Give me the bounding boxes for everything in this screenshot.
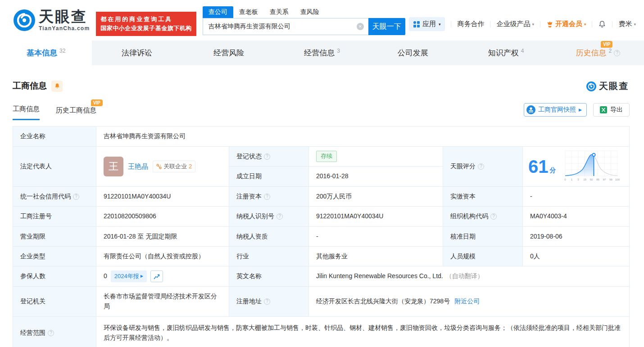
export-button[interactable]: 导出 — [593, 103, 630, 117]
tab-history-info[interactable]: 历史信息 VIP 2 ? — [552, 41, 644, 65]
official-snapshot-button[interactable]: 工商官网快照 ▶ — [524, 103, 587, 117]
status-badge: 存续 — [316, 151, 337, 162]
score-unit: 分 — [550, 166, 556, 176]
bell-icon — [54, 83, 60, 89]
help-icon[interactable]: ? — [264, 298, 270, 305]
field-value-approved-date: 2019-08-06 — [523, 227, 630, 247]
tab-label: 法律诉讼 — [122, 48, 152, 58]
apps-menu[interactable]: 应用 ▾ — [409, 17, 445, 31]
notifications-bell[interactable] — [598, 20, 606, 28]
svg-text:50: 50 — [590, 178, 593, 181]
insured-count: 0 — [104, 271, 107, 281]
subtab-history-business-info[interactable]: 历史工商信息 VIP — [56, 106, 96, 120]
field-label-reg-status: 登记状态? — [229, 147, 309, 167]
trend-chart-icon — [154, 274, 160, 279]
field-label-score: 天眼评分? — [443, 147, 523, 187]
divider — [540, 21, 540, 27]
related-count: 2 — [189, 162, 192, 171]
brand-name: 天眼查 — [39, 9, 90, 25]
slogan-line1: 都在用的商业查询工具 — [100, 15, 192, 24]
search-tab-boss[interactable]: 查老板 — [233, 6, 264, 18]
annual-report-label: 2024年报 — [114, 272, 139, 281]
tianyancha-logo-icon — [586, 81, 596, 91]
legal-rep-link[interactable]: 王艳晶 — [128, 161, 148, 171]
field-value-address: 经济开发区长吉北线兴隆大街（安龙泉）7298号 附近公司 — [309, 287, 630, 317]
annual-report-badge[interactable]: 2024年报 ▶ — [111, 270, 147, 282]
tab-label: 公司发展 — [398, 48, 428, 58]
field-label-company-name: 企业名称 — [13, 126, 96, 147]
svg-text:97: 97 — [603, 178, 606, 181]
tianyancha-logo-icon — [14, 9, 35, 31]
monitor-bell-button[interactable] — [51, 81, 63, 92]
score-distribution-chart: 0131550859799100 — [562, 149, 620, 184]
search-tab-relation[interactable]: 查关系 — [264, 6, 295, 18]
field-label-taxpayer-quali: 纳税人资质 — [229, 227, 309, 247]
search-tab-company[interactable]: 查公司 — [203, 6, 233, 18]
arrow-right-icon: ▶ — [579, 108, 582, 112]
tab-legal-litigation[interactable]: 法律诉讼 — [92, 41, 184, 65]
help-icon[interactable]: ? — [48, 330, 54, 336]
chevron-down-icon: ▾ — [532, 22, 534, 27]
score-number: 61 — [528, 158, 549, 176]
field-value-org-code: MA0Y4003-4 — [523, 207, 630, 227]
tab-operation-info[interactable]: 经营信息3 — [276, 41, 368, 65]
field-value-reg-status: 存续 — [309, 147, 443, 167]
excel-icon — [600, 106, 607, 113]
search-input[interactable] — [203, 18, 368, 35]
help-icon[interactable]: ? — [73, 194, 79, 200]
field-value-business-scope: 环保设备研发与销售，废旧纺织品研发与销售，防寒大棚被加工与销售，时装、针织品、钢… — [96, 317, 630, 347]
nav-cooperation[interactable]: 商务合作 — [457, 20, 484, 28]
insured-trend-button[interactable] — [150, 270, 163, 282]
help-icon[interactable]: ? — [264, 153, 270, 160]
chevron-down-icon: ▾ — [439, 22, 441, 27]
help-icon[interactable]: ? — [490, 213, 497, 220]
tianyancha-logo[interactable]: 天眼查 TianYanCha.com — [14, 9, 90, 32]
vip-crown-icon — [546, 21, 553, 28]
subtab-label: 历史工商信息 — [56, 106, 96, 115]
nav-enterprise-products[interactable]: 企业级产品 ▾ — [496, 20, 534, 28]
subtab-row: 工商信息 历史工商信息 VIP 工商官网快照 — [13, 103, 630, 120]
field-value-english-name: Jilin Kunteng Renewable Resources Co., L… — [309, 266, 630, 287]
search-tabs: 查公司 查老板 查关系 查风险 — [203, 6, 406, 18]
tab-label: 经营风险 — [213, 48, 244, 58]
field-label-taxpayer-id: 纳税人识别号? — [229, 207, 309, 227]
subtab-business-info[interactable]: 工商信息 — [13, 105, 40, 120]
field-value-reg-number: 220108200509806 — [96, 207, 229, 227]
search-button[interactable]: 天眼一下 — [368, 18, 405, 35]
business-info-table: 企业名称 吉林省坤腾再生资源有限公司 法定代表人 王 王艳晶 关联企业 2 — [13, 126, 630, 347]
field-value-legal-rep: 王 王艳晶 关联企业 2 — [96, 147, 229, 187]
field-value-paid-capital: - — [523, 187, 630, 207]
help-icon[interactable]: ? — [614, 50, 620, 56]
slogan-banner: 都在用的商业查询工具 国家中小企业发展子基金旗下机构 — [96, 12, 196, 36]
tab-count: 2 — [608, 48, 612, 54]
tab-intellectual-property[interactable]: 知识产权4 — [460, 41, 552, 65]
snapshot-label: 工商官网快照 — [538, 106, 576, 114]
field-value-company-name: 吉林省坤腾再生资源有限公司 — [96, 126, 630, 147]
nav-open-vip[interactable]: 开通会员 ▾ — [546, 20, 586, 28]
top-nav: 应用 ▾ 商务合作 企业级产品 ▾ 开通会员 ▾ — [409, 17, 636, 31]
divider — [490, 21, 490, 27]
related-companies-badge[interactable]: 关联企业 2 — [153, 161, 195, 172]
search-input-wrap: ✕ — [203, 18, 368, 35]
field-value-taxpayer-quali: - — [309, 227, 443, 247]
avatar[interactable]: 王 — [104, 157, 123, 176]
clear-icon[interactable]: ✕ — [357, 23, 364, 30]
search-block: 查公司 查老板 查关系 查风险 ✕ 天眼一下 — [203, 6, 406, 35]
help-icon[interactable]: ? — [277, 213, 283, 220]
bell-icon — [598, 20, 606, 28]
field-label-business-term: 营业期限 — [13, 227, 96, 247]
search-tab-risk[interactable]: 查风险 — [295, 6, 325, 18]
help-icon[interactable]: ? — [264, 194, 270, 200]
help-icon[interactable]: ? — [478, 163, 484, 170]
nearby-companies-link[interactable]: 附近公司 — [454, 297, 480, 306]
tab-operation-risk[interactable]: 经营风险 — [184, 41, 276, 65]
nav-user-menu[interactable]: 费米 ▾ — [618, 20, 636, 28]
tab-label: 基本信息 — [27, 48, 57, 58]
tab-basic-info[interactable]: 基本信息32 — [0, 41, 92, 65]
field-value-establish-date: 2016-01-28 — [309, 167, 443, 186]
nav-vip-label: 开通会员 — [555, 20, 582, 28]
field-value-company-type: 有限责任公司（自然人投资或控股） — [96, 247, 229, 266]
status-date-subgrid: 登记状态? 存续 成立日期 2016-01-28 — [229, 147, 443, 187]
tab-company-development[interactable]: 公司发展 — [368, 41, 460, 65]
field-value-business-term: 2016-01-28 至 无固定期限 — [96, 227, 229, 247]
